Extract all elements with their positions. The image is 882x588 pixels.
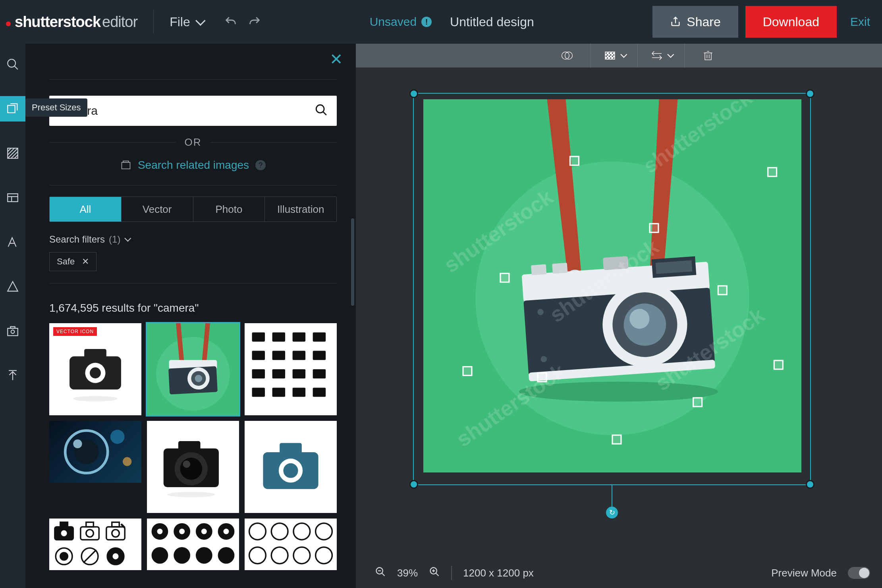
svg-line-78 <box>83 550 96 563</box>
panel-scrollbar[interactable] <box>351 218 354 306</box>
unsaved-label: Unsaved <box>370 15 417 29</box>
tab-vector[interactable]: Vector <box>122 197 193 222</box>
rail-layouts[interactable] <box>0 185 25 210</box>
rail-text[interactable] <box>0 229 25 255</box>
svg-line-1 <box>14 66 18 69</box>
rotate-handle[interactable]: ↻ <box>606 507 618 519</box>
svg-point-34 <box>195 375 203 382</box>
chevron-down-icon <box>667 51 674 58</box>
rail-my-images[interactable] <box>0 318 25 344</box>
svg-rect-49 <box>293 388 305 397</box>
search-related-link[interactable]: Search related images ? <box>49 159 337 172</box>
svg-point-101 <box>562 52 569 60</box>
svg-point-55 <box>123 457 131 466</box>
svg-line-148 <box>382 573 385 576</box>
opacity-button[interactable] <box>544 44 591 67</box>
rail-upload[interactable] <box>0 363 25 388</box>
preview-mode-toggle[interactable] <box>848 567 870 579</box>
panel-close-button[interactable]: ✕ <box>330 50 343 68</box>
resize-handle-bl[interactable] <box>409 480 418 489</box>
result-thumb[interactable] <box>245 421 337 513</box>
selection-outline[interactable]: ↻ <box>413 93 811 485</box>
canvas-dimensions: 1200 x 1200 px <box>463 567 534 579</box>
rail-shapes[interactable] <box>0 274 25 299</box>
resize-handle-br[interactable] <box>806 480 814 489</box>
svg-rect-46 <box>313 369 326 378</box>
svg-point-26 <box>73 396 117 401</box>
redo-button[interactable] <box>243 10 266 34</box>
result-thumb[interactable] <box>147 421 239 513</box>
svg-point-96 <box>316 523 332 540</box>
svg-line-5 <box>8 148 14 155</box>
svg-rect-21 <box>123 161 129 163</box>
exit-link[interactable]: Exit <box>850 15 870 29</box>
result-thumb[interactable]: VECTOR ICON <box>49 323 141 415</box>
resize-handle-tr[interactable] <box>806 89 814 98</box>
search-box[interactable] <box>49 96 337 126</box>
resize-handle-tl[interactable] <box>409 89 418 98</box>
svg-rect-105 <box>605 52 615 60</box>
download-button[interactable]: Download <box>745 6 837 38</box>
result-thumb-selected[interactable] <box>147 323 239 415</box>
result-thumb[interactable] <box>245 519 337 570</box>
share-button[interactable]: Share <box>652 6 738 38</box>
svg-rect-70 <box>86 522 94 527</box>
svg-point-94 <box>271 523 288 540</box>
svg-point-100 <box>316 547 332 564</box>
divider <box>451 566 452 580</box>
undo-button[interactable] <box>219 10 243 34</box>
tab-all[interactable]: All <box>50 197 122 222</box>
file-menu[interactable]: File <box>170 15 203 29</box>
or-label: OR <box>185 136 202 148</box>
svg-rect-57 <box>178 441 201 450</box>
zoom-in-button[interactable] <box>429 566 440 580</box>
or-divider: OR <box>49 136 337 148</box>
flip-button[interactable] <box>637 44 684 67</box>
tab-photo[interactable]: Photo <box>193 197 265 222</box>
svg-point-65 <box>283 463 298 478</box>
result-thumb[interactable] <box>49 421 141 483</box>
tab-illustration[interactable]: Illustration <box>265 197 336 222</box>
result-thumb[interactable] <box>147 519 239 570</box>
close-icon[interactable]: ✕ <box>82 256 89 267</box>
search-input[interactable] <box>58 104 315 118</box>
result-thumb[interactable] <box>245 323 337 415</box>
svg-rect-23 <box>84 349 106 358</box>
effects-button[interactable] <box>591 44 637 67</box>
svg-rect-67 <box>60 522 68 527</box>
svg-point-98 <box>271 547 288 564</box>
results-term: "camera" <box>154 302 199 314</box>
rotate-stem <box>612 484 612 509</box>
results-count: 1,674,595 <box>49 302 99 314</box>
rail-search[interactable] <box>0 52 25 77</box>
svg-rect-48 <box>272 388 285 397</box>
search-related-label: Search related images <box>138 159 249 172</box>
document-title[interactable]: Untitled design <box>450 15 534 29</box>
result-thumb[interactable] <box>49 519 141 570</box>
unsaved-indicator[interactable]: Unsaved ! <box>370 15 432 29</box>
filter-tabs: All Vector Photo Illustration <box>49 197 337 222</box>
search-filters-toggle[interactable]: Search filters (1) <box>49 234 337 245</box>
zoom-out-button[interactable] <box>375 566 386 580</box>
divider <box>153 10 154 34</box>
delete-button[interactable] <box>684 44 731 67</box>
svg-point-93 <box>249 523 266 540</box>
search-icon[interactable] <box>315 103 328 118</box>
filter-chip-safe[interactable]: Safe ✕ <box>49 252 96 271</box>
file-menu-label: File <box>170 15 190 29</box>
brand-name-2: editor <box>102 13 137 31</box>
results-grid: VECTOR ICON <box>49 323 337 570</box>
svg-point-102 <box>565 52 573 60</box>
share-label: Share <box>687 15 720 29</box>
results-summary: 1,674,595 results for "camera" <box>49 302 337 314</box>
brand-dot-icon <box>6 21 11 26</box>
svg-rect-40 <box>272 351 285 360</box>
svg-point-0 <box>8 59 15 67</box>
svg-point-99 <box>293 547 310 564</box>
zoom-value[interactable]: 39% <box>397 567 418 579</box>
rail-preset-sizes[interactable] <box>0 96 25 121</box>
svg-rect-13 <box>8 328 18 335</box>
search-panel: ✕ OR Search related images ? All Vector … <box>25 44 356 588</box>
help-icon[interactable]: ? <box>255 160 266 170</box>
rail-background[interactable] <box>0 141 25 166</box>
